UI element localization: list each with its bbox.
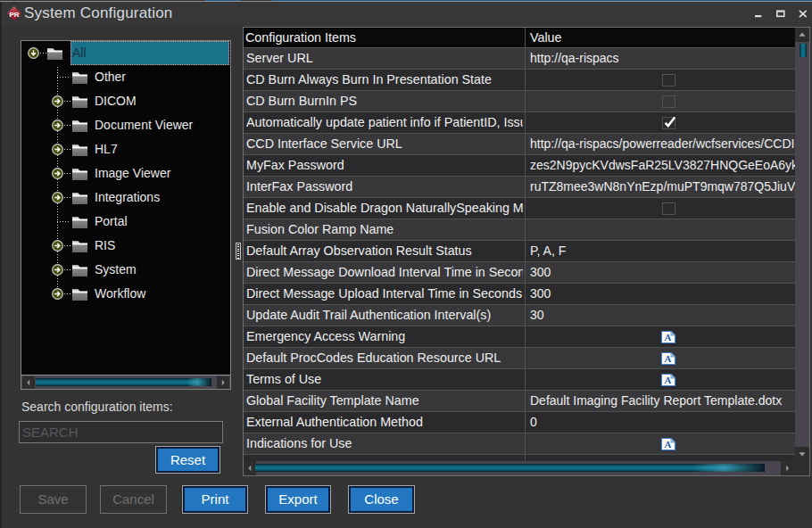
svg-text:PR: PR (9, 11, 19, 19)
